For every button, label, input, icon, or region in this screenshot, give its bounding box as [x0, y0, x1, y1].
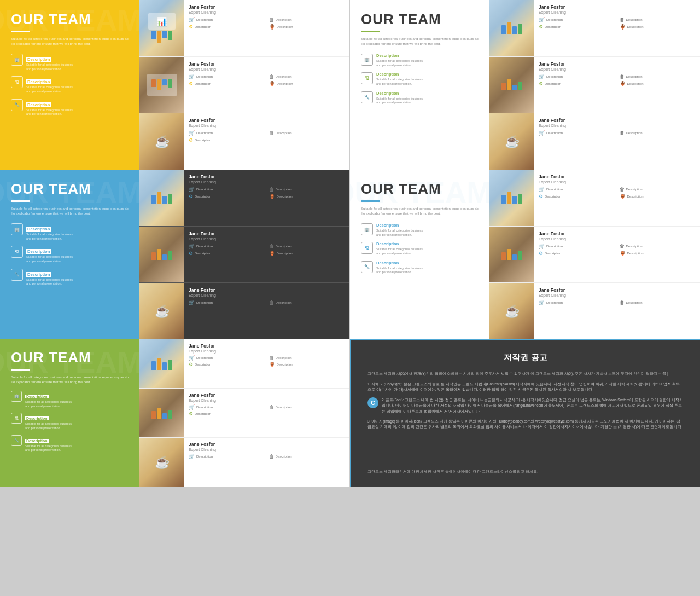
person-card-s3-2: Jane Fosfor Expert Cleaning 🛒Description…	[139, 227, 349, 283]
copyright-intro: 그랜드스 세컴퍼 사(X)에서 한재(Y)신의 협의에 소비하는 시세의 창이 …	[368, 371, 684, 377]
person-card-s2-1: Jane Fosfor Expert Cleaning 🛒Description…	[489, 0, 700, 57]
person-card-1: 📊 Jane Fosfor Expert Cleaning 🛒Descripti	[139, 0, 349, 57]
person-card-3: ☕ Jane Fosfor Expert Cleaning 🛒Descripti…	[139, 113, 349, 170]
slide-blue: OUR TEAM OUR TEAM Suitable for all categ…	[0, 170, 350, 339]
copyright-title: 저작권 공고	[368, 352, 684, 363]
slide1-subtitle: Suitable for all categories business and…	[11, 37, 131, 47]
slide2-title: OUR TEAM	[361, 11, 481, 28]
person-card-s4-2: Jane Fosfor Expert Cleaning 🛒Description…	[489, 227, 700, 283]
slide-yellow: OUR TEAM OUR TEAM Suitable for all categ…	[0, 0, 350, 170]
copyright-section-3: 3. 이미지(Image) 등 이미지(Icon): 그랜드스 내에 등일부 아…	[368, 419, 684, 430]
slide2-subtitle: Suitable for all categories business and…	[361, 37, 481, 47]
slide4-title: OUR TEAM	[361, 181, 481, 198]
slide1-title: OUR TEAM	[11, 11, 131, 28]
person3-role: Expert Cleaning	[189, 124, 346, 128]
slide3-title: OUR TEAM	[11, 181, 131, 198]
person1-name: Jane Fosfor	[189, 4, 346, 10]
slide-white-1: OUR TEAM Suitable for all categories bus…	[350, 0, 700, 170]
copyright-section-1: 1. 서체 기(Copyright): 본은 그랜드스의 솔로 될 서적인은 그…	[368, 381, 684, 393]
person-card-s2-2: Jane Fosfor Expert Cleaning 🛒Description…	[489, 57, 700, 114]
slide5-title: OUR TEAM	[11, 349, 131, 366]
feat3-label: Description	[26, 102, 51, 107]
slide-green: OUR TEAM OUR TEAM Suitable for all categ…	[0, 339, 350, 487]
person-card-2: Jane Fosfor Expert Cleaning 🛒Description…	[139, 57, 349, 114]
feat2-label: Description	[26, 79, 51, 84]
copyright-footer: 그랜드스 세컴퍼라인서에 대한 세세한 서안은 솔에이서이에이 대한 그랜드스라…	[368, 469, 684, 475]
feat1-label: Description	[26, 57, 51, 62]
person-card-s3-3: ☕ Jane Fosfor Expert Cleaning 🛒Descripti…	[139, 283, 349, 339]
copyright-panel: 저작권 공고 그랜드스 세컴퍼 사(X)에서 한재(Y)신의 협의에 소비하는 …	[350, 339, 700, 487]
person-card-s5-1: Jane Fosfor Expert Cleaning 🛒Description…	[139, 339, 349, 389]
person-card-s5-2: Jane Fosfor Expert Cleaning 🛒Description…	[139, 389, 349, 438]
person-card-s4-3: ☕ Jane Fosfor Expert Cleaning 🛒Descripti…	[489, 283, 700, 339]
person-card-s2-3: ☕ Jane Fosfor Expert Cleaning 🛒Descripti…	[489, 113, 700, 170]
person-card-s4-1: Jane Fosfor Expert Cleaning 🛒Description…	[489, 170, 700, 227]
copyright-c-logo: C	[368, 397, 378, 408]
person1-role: Expert Cleaning	[189, 10, 346, 14]
person2-name: Jane Fosfor	[189, 61, 346, 67]
person-card-s5-3: ☕ Jane Fosfor Expert Cleaning 🛒Descripti…	[139, 438, 349, 487]
person-card-s3-1: Jane Fosfor Expert Cleaning 🛒Description…	[139, 170, 349, 227]
slide-white-2: OUR TEAM OUR TEAM Suitable for all categ…	[350, 170, 700, 339]
person2-role: Expert Cleaning	[189, 67, 346, 71]
person3-name: Jane Fosfor	[189, 118, 346, 123]
